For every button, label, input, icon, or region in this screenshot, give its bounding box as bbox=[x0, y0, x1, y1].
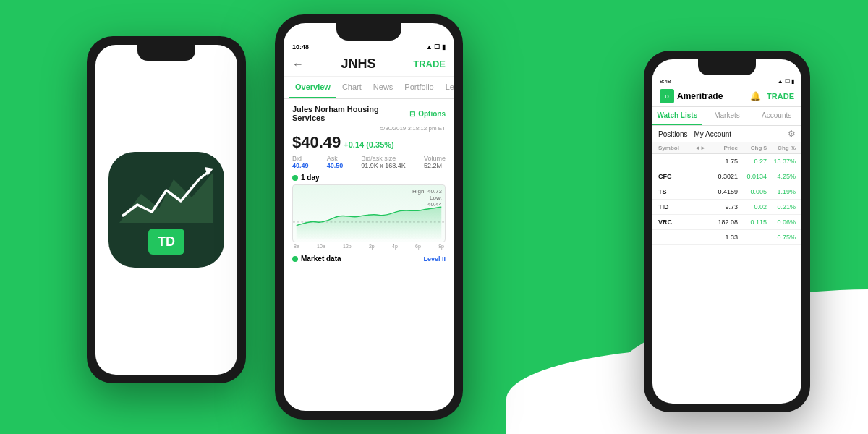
jnhs-options-button[interactable]: ⊟ Options bbox=[409, 110, 446, 118]
amt-table-row-4: TID 9.73 0.02 0.21% bbox=[652, 200, 801, 215]
amt-table-row-5: VRC 182.08 0.115 0.06% bbox=[652, 215, 801, 230]
amt-table-row-2: CFC 0.3021 0.0134 4.25% bbox=[652, 169, 801, 184]
row1-chgp: 13.37% bbox=[767, 158, 796, 165]
tab-news[interactable]: News bbox=[367, 77, 399, 98]
amt-trade-button[interactable]: TRADE bbox=[767, 92, 794, 101]
row6-price: 1.33 bbox=[709, 234, 738, 241]
amt-status-icons: ▲ ☐ ▮ bbox=[778, 78, 794, 85]
col-chg-percent: Chg % bbox=[767, 145, 796, 151]
col-arrows: ◄► bbox=[694, 145, 709, 151]
tab-accounts[interactable]: Accounts bbox=[752, 107, 801, 125]
jnhs-back-button[interactable]: ← bbox=[292, 58, 304, 71]
jnhs-price: $40.49 bbox=[292, 133, 341, 152]
td-logo-badge: TD bbox=[148, 229, 184, 255]
market-data-dot-icon bbox=[292, 256, 298, 262]
jnhs-chart-header: 1 day bbox=[292, 174, 446, 182]
amt-subtitle-text: Positions - My Account bbox=[658, 130, 731, 138]
row4-symbol: TID bbox=[658, 203, 694, 210]
jnhs-chart-area: High: 40.73 Low: 40.44 bbox=[292, 184, 446, 242]
phone-left-screen: TD bbox=[95, 45, 237, 375]
bid-ask-size-value: 91.9K x 168.4K bbox=[361, 162, 406, 169]
phone-left-notch bbox=[137, 45, 195, 61]
phone-middle-screen: 10:48 ▲ ☐ ▮ ← JNHS TRADE Overview Chart … bbox=[284, 23, 454, 411]
phone-middle-notch bbox=[336, 23, 401, 41]
amt-table-row-1: 1.75 0.27 13.37% bbox=[652, 154, 801, 169]
jnhs-chart-high-low: High: 40.73 Low: 40.44 bbox=[412, 188, 442, 208]
tab-portfolio[interactable]: Portfolio bbox=[399, 77, 439, 98]
row5-chgp: 0.06% bbox=[767, 218, 796, 226]
row2-price: 0.3021 bbox=[709, 173, 738, 180]
amt-tabs: Watch Lists Markets Accounts bbox=[652, 107, 801, 126]
jnhs-price-row: $40.49 +0.14 (0.35%) bbox=[292, 133, 446, 152]
jnhs-chart-section: 1 day bbox=[292, 174, 446, 249]
jnhs-level2-link[interactable]: Level II bbox=[423, 255, 446, 263]
ask-value: 40.50 bbox=[327, 162, 344, 169]
td-chart-graphic bbox=[119, 165, 213, 223]
jnhs-change: +0.14 (0.35%) bbox=[344, 140, 393, 149]
row5-symbol: VRC bbox=[658, 218, 694, 226]
col-chg-dollar: Chg $ bbox=[738, 145, 767, 151]
phone-right: 8:48 ▲ ☐ ▮ D Ameritrade 🔔 TRADE Watch Li… bbox=[644, 51, 810, 412]
tab-markets[interactable]: Markets bbox=[702, 107, 752, 125]
tab-watchlists[interactable]: Watch Lists bbox=[652, 107, 702, 125]
jnhs-stock-title: JNHS bbox=[341, 56, 376, 72]
phone-right-notch bbox=[698, 59, 756, 75]
row2-chg: 0.0134 bbox=[738, 173, 767, 180]
jnhs-trade-button[interactable]: TRADE bbox=[413, 59, 446, 69]
row2-chgp: 4.25% bbox=[767, 173, 796, 180]
amt-table-row-3: TS 0.4159 0.005 1.19% bbox=[652, 184, 801, 200]
amt-status-bar: 8:48 ▲ ☐ ▮ bbox=[652, 75, 801, 86]
row6-chgp: 0.75% bbox=[767, 234, 796, 241]
chart-dot-icon bbox=[292, 175, 298, 181]
amt-header: D Ameritrade 🔔 TRADE bbox=[652, 86, 801, 107]
bid-value: 40.49 bbox=[292, 162, 309, 169]
gear-icon[interactable]: ⚙ bbox=[788, 129, 796, 139]
jnhs-quote-row: Bid 40.49 Ask 40.50 Bid/ask size 91.9K x… bbox=[292, 155, 446, 169]
amt-subtitle-row: Positions - My Account ⚙ bbox=[652, 126, 801, 142]
amt-table-header: Symbol ◄► Price Chg $ Chg % bbox=[652, 142, 801, 154]
options-icon: ⊟ bbox=[409, 110, 415, 118]
row3-chgp: 1.19% bbox=[767, 188, 796, 195]
amt-logo-text: Ameritrade bbox=[677, 91, 723, 101]
row1-price: 1.75 bbox=[709, 158, 738, 165]
row3-price: 0.4159 bbox=[709, 188, 738, 195]
amt-actions: 🔔 TRADE bbox=[750, 91, 794, 101]
volume-value: 52.2M bbox=[424, 162, 442, 169]
row4-chgp: 0.21% bbox=[767, 203, 796, 210]
row5-chg: 0.115 bbox=[738, 218, 767, 226]
jnhs-header: ← JNHS TRADE bbox=[284, 52, 454, 77]
jnhs-tabs: Overview Chart News Portfolio Level bbox=[284, 77, 454, 99]
row3-chg: 0.005 bbox=[738, 188, 767, 195]
tab-overview[interactable]: Overview bbox=[289, 77, 336, 98]
jnhs-time: 10:48 bbox=[292, 43, 309, 51]
volume-label: Volume bbox=[424, 155, 446, 162]
jnhs-content: Jules Norham Housing Services ⊟ Options … bbox=[284, 99, 454, 268]
row1-chg: 0.27 bbox=[738, 158, 767, 165]
tab-level[interactable]: Level bbox=[440, 77, 454, 98]
amt-logo: D Ameritrade bbox=[660, 89, 723, 103]
jnhs-company-row: Jules Norham Housing Services ⊟ Options bbox=[292, 105, 446, 122]
row3-symbol: TS bbox=[658, 188, 694, 195]
jnhs-status-bar: 10:48 ▲ ☐ ▮ bbox=[284, 41, 454, 52]
td-logo-container: TD bbox=[109, 152, 224, 268]
jnhs-company-name: Jules Norham Housing Services bbox=[292, 105, 409, 122]
row4-price: 9.73 bbox=[709, 203, 738, 210]
col-symbol: Symbol bbox=[658, 145, 694, 151]
bid-label: Bid bbox=[292, 155, 302, 162]
col-price: Price bbox=[709, 145, 738, 151]
row5-price: 182.08 bbox=[709, 218, 738, 226]
tab-chart[interactable]: Chart bbox=[336, 77, 367, 98]
phone-middle: 10:48 ▲ ☐ ▮ ← JNHS TRADE Overview Chart … bbox=[275, 14, 463, 420]
amt-logo-icon: D bbox=[660, 89, 674, 103]
jnhs-status-icons: ▲ ☐ ▮ bbox=[426, 43, 446, 51]
amt-time: 8:48 bbox=[660, 78, 671, 85]
ask-label: Ask bbox=[327, 155, 338, 162]
phone-left: TD bbox=[87, 36, 246, 383]
phone-right-screen: 8:48 ▲ ☐ ▮ D Ameritrade 🔔 TRADE Watch Li… bbox=[652, 59, 801, 404]
bell-icon[interactable]: 🔔 bbox=[750, 91, 761, 101]
jnhs-market-data: Market data Level II bbox=[292, 255, 446, 263]
jnhs-date: 5/30/2019 3:18:12 pm ET bbox=[292, 125, 446, 132]
jnhs-chart-times: 8a 10a 12p 2p 4p 6p 8p bbox=[292, 244, 446, 249]
bid-ask-size-label: Bid/ask size bbox=[361, 155, 396, 162]
amt-table-row-6: 1.33 0.75% bbox=[652, 230, 801, 245]
